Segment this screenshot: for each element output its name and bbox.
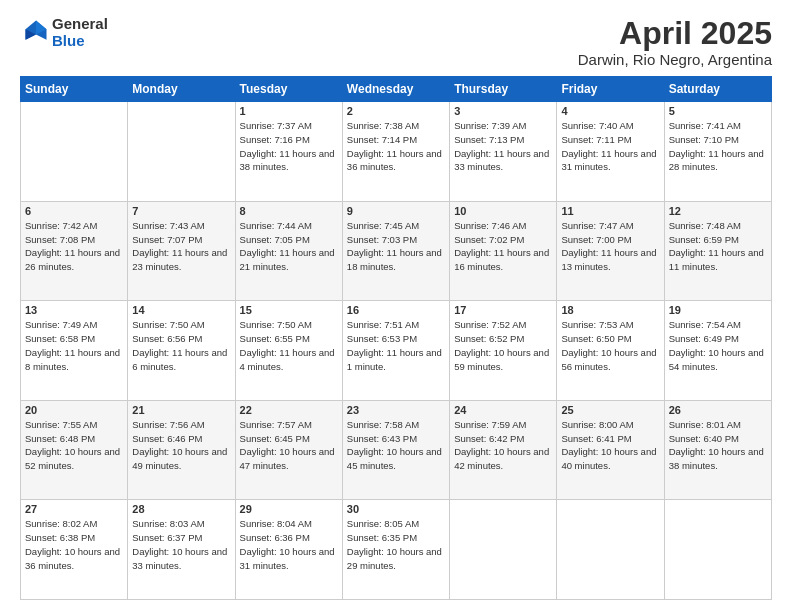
calendar-cell: 4Sunrise: 7:40 AMSunset: 7:11 PMDaylight… <box>557 102 664 202</box>
sunset: Sunset: 6:58 PM <box>25 333 95 344</box>
daylight: Daylight: 11 hours and 13 minutes. <box>561 247 656 272</box>
day-number: 24 <box>454 404 552 416</box>
sunset: Sunset: 7:10 PM <box>669 134 739 145</box>
sunrise: Sunrise: 8:03 AM <box>132 518 204 529</box>
sunset: Sunset: 7:05 PM <box>240 234 310 245</box>
day-number: 16 <box>347 304 445 316</box>
calendar-cell: 20Sunrise: 7:55 AMSunset: 6:48 PMDayligh… <box>21 400 128 500</box>
calendar-table: SundayMondayTuesdayWednesdayThursdayFrid… <box>20 76 772 600</box>
daylight: Daylight: 10 hours and 31 minutes. <box>240 546 335 571</box>
sunset: Sunset: 6:45 PM <box>240 433 310 444</box>
daylight: Daylight: 11 hours and 36 minutes. <box>347 148 442 173</box>
calendar-cell <box>21 102 128 202</box>
day-header: Sunday <box>21 77 128 102</box>
calendar-week-row: 1Sunrise: 7:37 AMSunset: 7:16 PMDaylight… <box>21 102 772 202</box>
day-number: 26 <box>669 404 767 416</box>
daylight: Daylight: 11 hours and 28 minutes. <box>669 148 764 173</box>
calendar-cell: 18Sunrise: 7:53 AMSunset: 6:50 PMDayligh… <box>557 301 664 401</box>
day-number: 12 <box>669 205 767 217</box>
day-info: Sunrise: 8:02 AMSunset: 6:38 PMDaylight:… <box>25 517 123 572</box>
sunrise: Sunrise: 8:00 AM <box>561 419 633 430</box>
calendar-cell: 12Sunrise: 7:48 AMSunset: 6:59 PMDayligh… <box>664 201 771 301</box>
day-info: Sunrise: 7:41 AMSunset: 7:10 PMDaylight:… <box>669 119 767 174</box>
daylight: Daylight: 11 hours and 11 minutes. <box>669 247 764 272</box>
daylight: Daylight: 10 hours and 54 minutes. <box>669 347 764 372</box>
sunset: Sunset: 6:55 PM <box>240 333 310 344</box>
sunset: Sunset: 7:07 PM <box>132 234 202 245</box>
day-number: 19 <box>669 304 767 316</box>
sunrise: Sunrise: 7:43 AM <box>132 220 204 231</box>
calendar-cell: 23Sunrise: 7:58 AMSunset: 6:43 PMDayligh… <box>342 400 449 500</box>
sunrise: Sunrise: 7:46 AM <box>454 220 526 231</box>
day-info: Sunrise: 7:57 AMSunset: 6:45 PMDaylight:… <box>240 418 338 473</box>
day-number: 25 <box>561 404 659 416</box>
day-info: Sunrise: 7:51 AMSunset: 6:53 PMDaylight:… <box>347 318 445 373</box>
day-number: 17 <box>454 304 552 316</box>
daylight: Daylight: 10 hours and 52 minutes. <box>25 446 120 471</box>
calendar-week-row: 20Sunrise: 7:55 AMSunset: 6:48 PMDayligh… <box>21 400 772 500</box>
sunset: Sunset: 7:03 PM <box>347 234 417 245</box>
calendar-cell <box>664 500 771 600</box>
daylight: Daylight: 11 hours and 6 minutes. <box>132 347 227 372</box>
sunrise: Sunrise: 7:49 AM <box>25 319 97 330</box>
sunset: Sunset: 7:14 PM <box>347 134 417 145</box>
calendar-cell: 29Sunrise: 8:04 AMSunset: 6:36 PMDayligh… <box>235 500 342 600</box>
daylight: Daylight: 11 hours and 31 minutes. <box>561 148 656 173</box>
daylight: Daylight: 11 hours and 1 minute. <box>347 347 442 372</box>
day-number: 21 <box>132 404 230 416</box>
day-info: Sunrise: 8:01 AMSunset: 6:40 PMDaylight:… <box>669 418 767 473</box>
daylight: Daylight: 11 hours and 38 minutes. <box>240 148 335 173</box>
sunrise: Sunrise: 7:41 AM <box>669 120 741 131</box>
logo-general: General <box>52 15 108 32</box>
day-header: Saturday <box>664 77 771 102</box>
sunset: Sunset: 6:36 PM <box>240 532 310 543</box>
day-info: Sunrise: 7:59 AMSunset: 6:42 PMDaylight:… <box>454 418 552 473</box>
sunrise: Sunrise: 7:42 AM <box>25 220 97 231</box>
sunset: Sunset: 6:59 PM <box>669 234 739 245</box>
day-number: 28 <box>132 503 230 515</box>
sunrise: Sunrise: 7:56 AM <box>132 419 204 430</box>
day-header: Monday <box>128 77 235 102</box>
sunset: Sunset: 6:53 PM <box>347 333 417 344</box>
daylight: Daylight: 10 hours and 38 minutes. <box>669 446 764 471</box>
day-number: 3 <box>454 105 552 117</box>
calendar-cell: 8Sunrise: 7:44 AMSunset: 7:05 PMDaylight… <box>235 201 342 301</box>
sunrise: Sunrise: 8:05 AM <box>347 518 419 529</box>
calendar-cell: 1Sunrise: 7:37 AMSunset: 7:16 PMDaylight… <box>235 102 342 202</box>
sunset: Sunset: 7:00 PM <box>561 234 631 245</box>
sunset: Sunset: 7:02 PM <box>454 234 524 245</box>
calendar-cell <box>128 102 235 202</box>
day-info: Sunrise: 8:03 AMSunset: 6:37 PMDaylight:… <box>132 517 230 572</box>
day-number: 27 <box>25 503 123 515</box>
sunset: Sunset: 7:13 PM <box>454 134 524 145</box>
day-info: Sunrise: 7:48 AMSunset: 6:59 PMDaylight:… <box>669 219 767 274</box>
sunrise: Sunrise: 7:45 AM <box>347 220 419 231</box>
day-info: Sunrise: 7:58 AMSunset: 6:43 PMDaylight:… <box>347 418 445 473</box>
day-number: 2 <box>347 105 445 117</box>
daylight: Daylight: 10 hours and 29 minutes. <box>347 546 442 571</box>
logo-text: General Blue <box>52 16 108 49</box>
daylight: Daylight: 11 hours and 4 minutes. <box>240 347 335 372</box>
sunrise: Sunrise: 8:04 AM <box>240 518 312 529</box>
day-info: Sunrise: 7:42 AMSunset: 7:08 PMDaylight:… <box>25 219 123 274</box>
day-header: Tuesday <box>235 77 342 102</box>
sunrise: Sunrise: 7:40 AM <box>561 120 633 131</box>
page: General Blue April 2025 Darwin, Rio Negr… <box>0 0 792 612</box>
daylight: Daylight: 10 hours and 33 minutes. <box>132 546 227 571</box>
daylight: Daylight: 10 hours and 45 minutes. <box>347 446 442 471</box>
day-info: Sunrise: 7:50 AMSunset: 6:55 PMDaylight:… <box>240 318 338 373</box>
sunset: Sunset: 6:52 PM <box>454 333 524 344</box>
daylight: Daylight: 10 hours and 40 minutes. <box>561 446 656 471</box>
day-number: 5 <box>669 105 767 117</box>
calendar-cell: 5Sunrise: 7:41 AMSunset: 7:10 PMDaylight… <box>664 102 771 202</box>
day-info: Sunrise: 7:37 AMSunset: 7:16 PMDaylight:… <box>240 119 338 174</box>
day-number: 22 <box>240 404 338 416</box>
sunrise: Sunrise: 7:37 AM <box>240 120 312 131</box>
sunrise: Sunrise: 8:01 AM <box>669 419 741 430</box>
sunrise: Sunrise: 7:44 AM <box>240 220 312 231</box>
title-block: April 2025 Darwin, Rio Negro, Argentina <box>578 16 772 68</box>
sunrise: Sunrise: 7:54 AM <box>669 319 741 330</box>
calendar-cell: 26Sunrise: 8:01 AMSunset: 6:40 PMDayligh… <box>664 400 771 500</box>
sunrise: Sunrise: 7:47 AM <box>561 220 633 231</box>
daylight: Daylight: 11 hours and 8 minutes. <box>25 347 120 372</box>
